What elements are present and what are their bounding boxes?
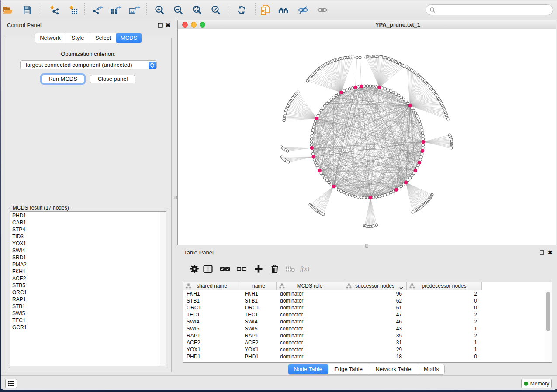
share-document-icon[interactable] (259, 4, 271, 16)
search-input[interactable] (426, 4, 553, 15)
close-panel-button[interactable]: Close panel (90, 75, 135, 83)
save-session-icon[interactable] (21, 4, 33, 16)
mcds-result-item[interactable]: PHD1 (12, 212, 166, 219)
zoom-traffic-light[interactable] (200, 22, 205, 28)
table-cell: 0 (407, 353, 482, 360)
table-row[interactable]: SWI4SWI4dominator462 (183, 318, 545, 325)
tab-mcds[interactable]: MCDS (116, 33, 142, 43)
table-cell: PHD1 (183, 353, 241, 360)
unselect-all-columns-icon[interactable] (235, 263, 248, 275)
table-row[interactable]: ORC1ORC1dominator610 (183, 304, 545, 311)
table-row[interactable]: RAP1RAP1dominator352 (183, 332, 545, 339)
run-mcds-button[interactable]: Run MCDS (42, 75, 84, 83)
close-traffic-light[interactable] (182, 22, 188, 28)
memory-button[interactable]: Memory (521, 379, 552, 388)
splitter-grip[interactable] (174, 196, 177, 199)
select-all-columns-icon[interactable] (219, 263, 231, 275)
show-eye-icon[interactable] (316, 4, 329, 16)
table-cell: connector (277, 339, 343, 346)
tab-network-table[interactable]: Network Table (369, 364, 418, 374)
table-row[interactable]: TEC1TEC1connector472 (183, 311, 545, 318)
column-header-predecessor-nodes[interactable]: predecessor nodes (407, 282, 482, 290)
table-cell: dominator (277, 332, 343, 339)
tab-edge-table[interactable]: Edge Table (328, 364, 369, 374)
open-file-icon[interactable] (2, 4, 14, 16)
export-image-icon[interactable] (128, 4, 141, 16)
hide-eye-icon[interactable] (297, 4, 309, 16)
column-header-name[interactable]: name (241, 282, 277, 290)
function-builder-icon[interactable]: f(x) (299, 263, 311, 275)
mcds-result-item[interactable]: YOX1 (12, 240, 166, 247)
mcds-result-item[interactable]: ORC1 (12, 289, 166, 296)
mcds-result-item[interactable]: PMA2 (12, 261, 166, 268)
network-window-titlebar[interactable]: YPA_prune.txt_1 (178, 20, 556, 29)
export-network-icon[interactable] (92, 4, 104, 16)
mcds-result-list[interactable]: PHD1CAR1STP4TID3YOX1SWI4SRD1PMA2FKH1ACE2… (10, 211, 166, 366)
tab-node-table[interactable]: Node Table (288, 364, 328, 375)
tab-style[interactable]: Style (66, 33, 90, 43)
table-cell: 29 (343, 346, 407, 353)
mcds-result-item[interactable]: SWI4 (12, 247, 166, 254)
column-header-successor-nodes[interactable]: successor nodes (343, 282, 407, 290)
table-row[interactable]: SWI5SWI5connector431 (183, 325, 545, 332)
table-cell: 0 (407, 297, 482, 304)
import-table-icon[interactable] (68, 4, 80, 16)
mcds-result-item[interactable]: TEC1 (12, 317, 166, 324)
mcds-result-item[interactable]: STP4 (12, 226, 166, 233)
mcds-list-scrollbar[interactable] (160, 212, 166, 366)
zoom-out-icon[interactable] (172, 4, 184, 16)
table-cell: TEC1 (241, 311, 277, 318)
table-row[interactable]: STB1STB1dominator620 (183, 297, 545, 304)
mcds-result-item[interactable]: GCR1 (12, 324, 166, 331)
table-row[interactable]: FKH1FKH1dominator962 (183, 290, 545, 297)
mcds-result-item[interactable]: SWI5 (12, 310, 166, 317)
delete-column-icon[interactable] (269, 263, 281, 275)
zoom-in-icon[interactable] (153, 4, 166, 16)
mcds-result-item[interactable]: STB5 (12, 282, 166, 289)
control-panel: Control Panel ✖ NetworkStyleSelectMCDS O… (1, 18, 173, 375)
mcds-result-item[interactable]: STB1 (12, 303, 166, 310)
add-column-icon[interactable] (253, 263, 265, 275)
table-cell: STB1 (183, 297, 241, 304)
mcds-result-item[interactable]: CAR1 (12, 219, 166, 226)
control-panel-title: Control Panel (7, 22, 42, 28)
column-header-MCDS-role[interactable]: MCDS role (277, 282, 343, 290)
mcds-result-item[interactable]: SRD1 (12, 254, 166, 261)
mcds-result-item[interactable]: ACE2 (12, 275, 166, 282)
show-columns-icon[interactable] (202, 263, 214, 275)
tab-motifs[interactable]: Motifs (418, 364, 444, 374)
tab-select[interactable]: Select (90, 33, 116, 43)
mcds-result-item[interactable]: FKH1 (12, 268, 166, 275)
table-row[interactable]: YOX1YOX1connector291 (183, 346, 545, 353)
table-panel-float-button[interactable] (539, 250, 545, 255)
import-network-icon[interactable] (48, 4, 61, 16)
delete-table-icon[interactable] (284, 263, 297, 275)
table-scrollbar-thumb[interactable] (546, 292, 550, 331)
control-panel-float-button[interactable] (157, 22, 163, 28)
refresh-icon[interactable] (235, 4, 248, 16)
mcds-result-title: MCDS result (17 nodes) (11, 205, 70, 211)
criterion-dropdown[interactable]: largest connected component (undirected) (20, 60, 157, 69)
network-overview-icon[interactable] (278, 4, 290, 16)
splitter-grip[interactable] (365, 244, 368, 248)
table-row[interactable]: ACE2ACE2connector311 (183, 339, 545, 346)
table-scrollbar[interactable] (545, 290, 552, 362)
column-header-shared-name[interactable]: shared name (183, 282, 241, 290)
control-panel-close-button[interactable]: ✖ (165, 22, 171, 28)
minimize-traffic-light[interactable] (191, 22, 197, 28)
toolbar-separator (84, 3, 85, 16)
mcds-result-item[interactable]: RAP1 (12, 296, 166, 303)
export-table-icon[interactable] (110, 4, 122, 16)
mcds-result-item[interactable]: TID3 (12, 233, 166, 240)
task-history-button[interactable] (5, 379, 17, 388)
table-cell: RAP1 (183, 332, 241, 339)
zoom-selected-icon[interactable] (210, 4, 222, 16)
table-row[interactable]: PHD1PHD1dominator180 (183, 353, 545, 360)
network-canvas[interactable] (178, 29, 556, 245)
table-settings-gear-icon[interactable] (188, 263, 201, 275)
table-cell: 1 (407, 325, 482, 332)
zoom-fit-icon[interactable] (191, 4, 203, 16)
search-icon (429, 7, 436, 13)
table-panel-close-button[interactable]: ✖ (547, 250, 553, 255)
tab-network[interactable]: Network (35, 33, 66, 43)
